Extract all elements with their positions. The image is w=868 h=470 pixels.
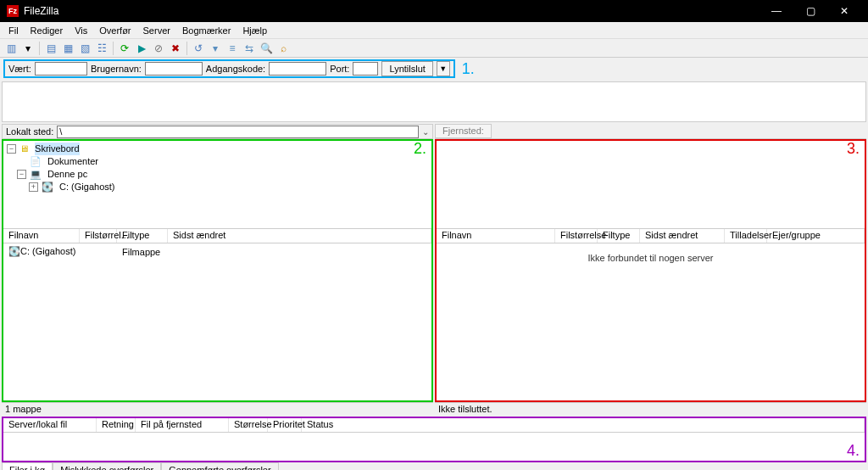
remote-file-list[interactable]: Filnavn Filstørrelse Filtype Sidst ændre… <box>437 229 865 400</box>
menu-vis[interactable]: Vis <box>70 24 92 37</box>
disconnect-icon[interactable]: ✖ <box>168 41 183 56</box>
col-r-sidst-aendret[interactable]: Sidst ændret <box>640 229 725 243</box>
col-r-filtype[interactable]: Filtype <box>598 229 640 243</box>
maximize-button[interactable]: ▢ <box>793 0 827 22</box>
menu-server[interactable]: Server <box>138 24 175 37</box>
tree-node-c-drive[interactable]: C: (Gigahost) <box>59 181 114 193</box>
port-label: Port: <box>330 64 349 74</box>
quickconnect-dropdown[interactable]: ▼ <box>437 61 450 76</box>
menu-hjaelp[interactable]: Hjælp <box>237 24 272 37</box>
remote-path-label: Fjernsted: <box>435 124 492 138</box>
toggle-log-icon[interactable]: ▤ <box>43 41 58 56</box>
menu-rediger[interactable]: Rediger <box>25 24 69 37</box>
col-filnavn[interactable]: Filnavn <box>3 229 80 243</box>
toolbar: ▥ ▾ ▤ ▦ ▧ ☷ ⟳ ▶ ⊘ ✖ ↺ ▾ ≡ ⇆ 🔍 ⌕ <box>0 39 868 58</box>
user-label: Brugernavn: <box>91 64 142 74</box>
desktop-icon: 🖥 <box>19 143 29 155</box>
tree-node-dokumenter[interactable]: Dokumenter <box>47 155 98 168</box>
col-q-remote[interactable]: Fil på fjernsted <box>136 418 229 432</box>
minimize-button[interactable]: — <box>760 0 793 22</box>
col-filtype[interactable]: Filtype <box>117 229 168 243</box>
filter-icon[interactable]: ▾ <box>208 41 223 56</box>
toggle-localtree-icon[interactable]: ▦ <box>60 41 75 56</box>
close-button[interactable]: ✕ <box>827 0 861 22</box>
remote-panel: 3. Filnavn Filstørrelse Filtype Sidst æn… <box>435 139 866 402</box>
tree-node-skrivebord[interactable]: Skrivebord <box>35 143 80 155</box>
col-q-status[interactable]: Status <box>302 418 865 432</box>
process-queue-icon[interactable]: ▶ <box>134 41 149 56</box>
computer-icon: 💻 <box>30 168 42 181</box>
col-r-tilladelser[interactable]: Tilladelser <box>725 229 767 243</box>
titlebar: Fz FileZilla — ▢ ✕ <box>0 0 868 22</box>
collapse-icon[interactable]: − <box>7 144 16 154</box>
transfer-queue: 4. Server/lokal fil Retning Fil på fjern… <box>2 417 866 470</box>
cancel-icon[interactable]: ⊘ <box>151 41 166 56</box>
remote-tree[interactable]: 3. <box>437 141 865 229</box>
toggle-remotetree-icon[interactable]: ▧ <box>77 41 92 56</box>
compare-icon[interactable]: ≡ <box>225 41 240 56</box>
refresh-icon[interactable]: ⟳ <box>117 41 132 56</box>
search-icon[interactable]: 🔍 <box>259 41 274 56</box>
local-status: 1 mappe <box>2 402 433 415</box>
drive-icon: 💽 <box>42 181 53 193</box>
local-path-input[interactable] <box>57 126 419 138</box>
sync-browse-icon[interactable]: ⇆ <box>242 41 257 56</box>
pass-label: Adgangskode: <box>206 64 265 74</box>
port-input[interactable] <box>353 62 378 76</box>
message-log[interactable] <box>2 81 866 122</box>
annotation-4: 4. <box>847 442 860 460</box>
annotation-1: 1. <box>462 60 475 78</box>
dropdown-icon[interactable]: ▾ <box>20 41 36 56</box>
folder-icon: 📄 <box>30 155 42 168</box>
remote-path-row: Fjernsted: <box>435 124 866 139</box>
file-type: Filmappe <box>122 247 173 257</box>
reconnect-icon[interactable]: ↺ <box>191 41 206 56</box>
drive-icon: 💽 <box>8 246 20 256</box>
col-sidst-aendret[interactable]: Sidst ændret <box>168 229 431 243</box>
host-input[interactable] <box>35 62 87 76</box>
tab-gennemforte[interactable]: Gennemførte overførsler <box>161 462 278 470</box>
toggle-queue-icon[interactable]: ☷ <box>94 41 109 56</box>
file-name: C: (Gigahost) <box>20 246 75 256</box>
col-q-dir[interactable]: Retning <box>97 418 136 432</box>
tab-filer-i-ko[interactable]: Filer i kø <box>2 462 53 470</box>
tree-node-denne-pc[interactable]: Denne pc <box>47 168 87 181</box>
tab-mislykkede[interactable]: Mislykkede overførsler <box>53 462 161 470</box>
binoculars-icon[interactable]: ⌕ <box>275 41 291 56</box>
local-tree[interactable]: 2. −🖥 Skrivebord 📄 Dokumenter −💻 Denne p… <box>3 141 431 229</box>
menu-overfor[interactable]: Overfør <box>94 24 136 37</box>
annotation-2: 2. <box>414 143 426 155</box>
collapse-icon[interactable]: − <box>17 170 26 179</box>
col-q-file[interactable]: Server/lokal fil <box>3 418 97 432</box>
col-r-ejer[interactable]: Ejer/gruppe <box>767 229 865 243</box>
col-q-prio[interactable]: Prioritet <box>268 418 302 432</box>
menu-fil[interactable]: Fil <box>3 24 24 37</box>
local-file-list[interactable]: Filnavn Filstørrel... Filtype Sidst ændr… <box>3 229 431 400</box>
annotation-3: 3. <box>847 143 860 155</box>
local-path-row: Lokalt sted: ⌄ <box>2 124 433 139</box>
local-path-label: Lokalt sted: <box>3 126 57 137</box>
col-r-filnavn[interactable]: Filnavn <box>437 229 555 243</box>
password-input[interactable] <box>269 62 326 76</box>
host-label: Vært: <box>8 64 31 74</box>
remote-not-connected: Ikke forbundet til nogen server <box>437 253 865 263</box>
chevron-down-icon[interactable]: ⌄ <box>419 127 432 137</box>
remote-status: Ikke tilsluttet. <box>435 402 866 415</box>
menu-bogmaerker[interactable]: Bogmærker <box>177 24 236 37</box>
list-item[interactable]: 💽C: (Gigahost) Filmappe <box>8 245 426 258</box>
col-q-size[interactable]: Størrelse <box>229 418 268 432</box>
menubar: Fil Rediger Vis Overfør Server Bogmærker… <box>0 22 868 39</box>
quickconnect-button[interactable]: Lyntilslut <box>381 61 432 76</box>
sitemanager-icon[interactable]: ▥ <box>3 41 19 56</box>
quickconnect-bar: Vært: Brugernavn: Adgangskode: Port: Lyn… <box>0 58 868 80</box>
expand-icon[interactable]: + <box>29 182 38 192</box>
window-title: FileZilla <box>24 5 760 17</box>
local-panel: 2. −🖥 Skrivebord 📄 Dokumenter −💻 Denne p… <box>2 139 433 402</box>
username-input[interactable] <box>145 62 203 76</box>
col-filstorrelse[interactable]: Filstørrel... <box>80 229 117 243</box>
col-r-filstorrelse[interactable]: Filstørrelse <box>555 229 598 243</box>
app-icon: Fz <box>7 5 19 17</box>
